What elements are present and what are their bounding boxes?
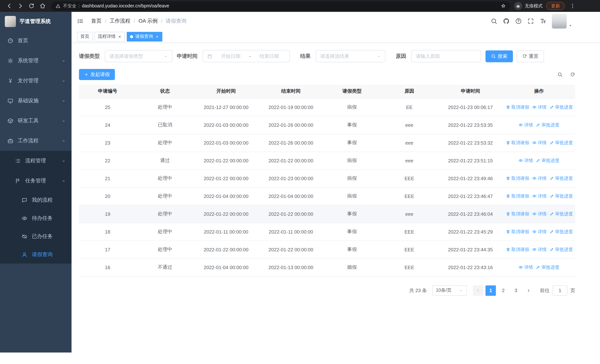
cell-status: 处理中 [136, 187, 194, 205]
tab-home[interactable]: 首页 [77, 32, 93, 41]
sidebar-item-task-mgmt[interactable]: 任务管理 [0, 171, 72, 191]
tab-close-icon[interactable] [155, 35, 159, 38]
cancel-action-link[interactable]: 取消请假 [506, 104, 529, 110]
progress-action-link[interactable]: 审批进度 [550, 229, 573, 235]
browser-forward-button[interactable] [16, 1, 25, 11]
page-button-1[interactable]: 1 [486, 285, 496, 296]
cell-reason: EEE [381, 169, 438, 187]
sidebar-item-process-mgmt[interactable]: 流程管理 [0, 151, 72, 171]
progress-action-link[interactable]: 审批进度 [536, 122, 559, 128]
detail-action-link[interactable]: 详情 [532, 175, 547, 181]
cell-id: 19 [79, 205, 136, 223]
cell-id: 16 [79, 258, 136, 276]
detail-action-link[interactable]: 详情 [532, 229, 547, 235]
action-label: 取消请假 [511, 193, 529, 199]
reset-button[interactable]: 重置 [517, 50, 544, 62]
gauge-icon [7, 38, 13, 44]
action-label: 审批进度 [555, 104, 573, 110]
total-count: 共 23 条 [409, 287, 427, 294]
action-label: 取消请假 [511, 211, 529, 217]
chevron-down-icon [459, 288, 463, 293]
detail-action-link[interactable]: 详情 [519, 122, 533, 128]
goto-page-input[interactable] [553, 285, 567, 296]
page-size-select[interactable]: 10条/页 [432, 285, 467, 296]
progress-action-link[interactable]: 审批进度 [536, 157, 559, 164]
detail-action-link[interactable]: 详情 [519, 264, 533, 271]
tab-close-icon[interactable] [118, 35, 122, 38]
progress-action-link[interactable]: 审批进度 [550, 140, 573, 146]
sidebar-item-leave-query[interactable]: 请假查询 [0, 245, 72, 263]
help-button[interactable] [515, 18, 522, 24]
table-head: 申请编号状态开始时间结束时间请假类型原因申请时间操作 [79, 84, 575, 98]
sidebar-item-done-task[interactable]: 已办任务 [0, 227, 72, 245]
progress-action-link[interactable]: 审批进度 [550, 175, 573, 181]
prev-page-button[interactable] [473, 285, 483, 296]
browser-toolbar: 不安全 dashboard.yudao.iocoder.cn/bpm/oa/le… [0, 0, 600, 12]
sidebar-item-todo-task[interactable]: 待办任务 [0, 209, 72, 227]
sidebar-item-my-process[interactable]: 我的流程 [0, 191, 72, 209]
home-icon [40, 3, 46, 9]
page-button-3[interactable]: 3 [511, 285, 521, 296]
detail-action-link[interactable]: 详情 [532, 193, 547, 199]
github-link[interactable] [503, 18, 510, 24]
briefcase-icon [7, 138, 13, 144]
fullscreen-button[interactable] [527, 18, 534, 24]
cell-applied: 2022-01-22 23:43:16 [438, 258, 503, 276]
result-select[interactable]: 请选择流结果 [316, 50, 385, 62]
cancel-action-link[interactable]: 取消请假 [506, 229, 529, 235]
page-button-2[interactable]: 2 [498, 285, 508, 296]
detail-action-link[interactable]: 详情 [532, 140, 547, 146]
progress-action-link[interactable]: 审批进度 [550, 246, 573, 253]
user-menu[interactable] [552, 14, 572, 28]
search-button[interactable] [491, 18, 497, 24]
filter-leave-type: 请假类型 请选择请假类型 [79, 50, 172, 62]
app-logo[interactable]: 芋道管理系统 [0, 12, 72, 31]
sidebar-collapse-button[interactable] [77, 18, 84, 24]
goto-label: 前往 [540, 287, 550, 294]
sidebar-item-devtools[interactable]: 研发工具 [0, 111, 72, 131]
sidebar-item-system[interactable]: 系统管理 [0, 51, 72, 71]
detail-action-link[interactable]: 详情 [532, 211, 547, 217]
detail-action-link[interactable]: 详情 [532, 246, 547, 253]
breadcrumb-item-home[interactable]: 首页 [91, 18, 102, 24]
sidebar-item-workflow[interactable]: 工作流程 [0, 131, 72, 151]
trash-icon [506, 105, 510, 109]
progress-action-link[interactable]: 审批进度 [550, 193, 573, 199]
create-leave-button[interactable]: 发起请假 [79, 69, 115, 80]
progress-action-link[interactable]: 审批进度 [536, 264, 559, 271]
progress-action-link[interactable]: 审批进度 [550, 104, 573, 110]
reason-input[interactable] [416, 53, 477, 59]
tab-process-detail[interactable]: 流程详情 [94, 32, 125, 41]
sidebar-item-payment[interactable]: 支付管理 [0, 71, 72, 91]
browser-reload-button[interactable] [27, 1, 36, 11]
user-icon [21, 252, 28, 257]
breadcrumb-item-oa-demo[interactable]: OA 示例 [139, 18, 158, 24]
search-submit-button[interactable]: 搜索 [486, 50, 513, 62]
detail-action-link[interactable]: 详情 [532, 104, 547, 110]
refresh-icon [570, 72, 575, 77]
table-refresh-button[interactable] [570, 72, 575, 77]
sidebar-item-home[interactable]: 首页 [0, 31, 72, 51]
detail-action-link[interactable]: 详情 [519, 157, 533, 164]
breadcrumb-item-workflow[interactable]: 工作流程 [110, 18, 131, 24]
table-search-toggle-button[interactable] [557, 72, 562, 77]
cancel-action-link[interactable]: 取消请假 [506, 211, 529, 217]
next-page-button[interactable] [523, 285, 534, 296]
browser-menu-button[interactable] [568, 1, 577, 11]
cancel-action-link[interactable]: 取消请假 [506, 140, 529, 146]
progress-action-link[interactable]: 审批进度 [550, 211, 573, 217]
sidebar-item-infrastructure[interactable]: 基础设施 [0, 91, 72, 111]
address-bar[interactable]: 不安全 dashboard.yudao.iocoder.cn/bpm/oa/le… [51, 1, 510, 10]
cancel-action-link[interactable]: 取消请假 [506, 175, 529, 181]
cancel-action-link[interactable]: 取消请假 [506, 193, 529, 199]
browser-update-button[interactable]: 更新 [546, 2, 565, 10]
date-range-input[interactable]: 开始日期 - 结束日期 [203, 50, 290, 62]
cancel-action-link[interactable]: 取消请假 [506, 246, 529, 253]
column-header: 申请时间 [438, 84, 503, 98]
browser-back-button[interactable] [4, 1, 14, 11]
browser-home-button[interactable] [38, 1, 47, 11]
font-size-button[interactable] [540, 18, 546, 24]
bookmark-star-icon[interactable] [501, 3, 506, 9]
leave-type-select[interactable]: 请选择请假类型 [105, 50, 172, 62]
tab-leave-query[interactable]: 请假查询 [127, 32, 162, 41]
